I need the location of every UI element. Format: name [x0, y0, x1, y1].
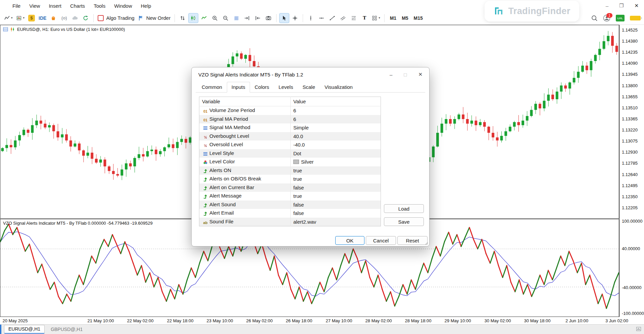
horizontal-line-tool[interactable] — [316, 13, 327, 23]
chart-tab-eurusd-h1[interactable]: EURUSD@,H1 — [4, 325, 45, 334]
save-button[interactable]: Save — [384, 217, 424, 226]
param-value-cell[interactable]: 6 — [291, 106, 381, 115]
param-row[interactable]: Alert on Current Barfalse — [199, 183, 381, 192]
zoom-out-button[interactable] — [220, 13, 231, 23]
tab-levels[interactable]: Levels — [274, 82, 298, 93]
param-row[interactable]: ½Overbought Level40.0 — [199, 132, 381, 141]
param-value-cell[interactable]: Dot — [291, 149, 381, 158]
param-row[interactable]: Alerts ONtrue — [199, 166, 381, 175]
tile-windows-button[interactable] — [178, 13, 188, 23]
dialog-titlebar[interactable]: VZO Signal Alerts Indicator MT5 - By TFl… — [192, 67, 429, 81]
tab-visualization[interactable]: Visualization — [320, 82, 357, 93]
chart-type-dropdown[interactable]: ▾ — [3, 13, 14, 23]
param-row[interactable]: 01Signal MA Period6 — [199, 115, 381, 124]
vertical-line-tool[interactable] — [306, 13, 316, 23]
signals-button[interactable]: (o) — [59, 13, 69, 23]
menu-window[interactable]: Window — [110, 3, 136, 9]
crosshair-button[interactable] — [290, 13, 300, 23]
auto-scroll-button[interactable] — [242, 13, 252, 23]
new-order-button[interactable]: New Order — [137, 13, 172, 23]
window-restore-icon[interactable]: ❐ — [619, 3, 624, 9]
param-value-cell[interactable]: false — [291, 209, 381, 218]
zoom-in-button[interactable] — [210, 13, 220, 23]
new-chart-dropdown[interactable]: ▾ — [15, 13, 26, 23]
menu-help[interactable]: Help — [137, 3, 156, 9]
new-chart-shortcut-icon[interactable] — [636, 326, 641, 332]
window-minimize-icon[interactable]: – — [606, 3, 608, 9]
menu-insert[interactable]: Insert — [44, 3, 66, 9]
dialog-close-icon[interactable]: ✕ — [418, 71, 423, 77]
param-row[interactable]: Alerts on OB/OS Breaktrue — [199, 175, 381, 183]
cancel-button[interactable]: Cancel — [366, 236, 396, 245]
timeframe-m15[interactable]: M15 — [411, 14, 426, 22]
dialog-minimize-icon[interactable]: – — [390, 72, 392, 77]
column-header-value[interactable]: Value — [291, 97, 381, 106]
param-value-cell[interactable]: true — [291, 192, 381, 201]
load-button[interactable]: Load — [384, 204, 424, 213]
param-value-cell[interactable]: -40.0 — [291, 141, 381, 149]
cursor-button[interactable] — [279, 13, 289, 23]
param-row[interactable]: abSound Filealert2.wav — [199, 218, 381, 226]
vps-button[interactable] — [70, 13, 80, 23]
param-value-cell[interactable]: Silver — [291, 158, 381, 166]
refresh-button[interactable] — [81, 13, 91, 23]
tab-colors[interactable]: Colors — [250, 82, 274, 93]
param-value-cell[interactable]: false — [291, 183, 381, 192]
price-axis[interactable]: 1.145251.143801.142351.140901.139451.138… — [619, 25, 644, 317]
search-icon[interactable] — [591, 15, 598, 21]
param-row[interactable]: ½Oversold Level-40.0 — [199, 141, 381, 149]
param-row[interactable]: Level ColorSilver — [199, 158, 381, 166]
param-value-cell[interactable]: true — [291, 166, 381, 175]
shapes-dropdown[interactable]: ▾ — [370, 13, 382, 23]
param-value-cell[interactable]: 40.0 — [291, 132, 381, 141]
tab-inputs[interactable]: Inputs — [227, 82, 250, 93]
param-row[interactable]: Alert Messagetrue — [199, 192, 381, 201]
chart-shift-button[interactable] — [253, 13, 263, 23]
reset-button[interactable]: Reset — [397, 236, 428, 245]
param-value-cell[interactable]: true — [291, 175, 381, 183]
chart-tab-gbpusd-h1[interactable]: GBPUSD@,H1 — [47, 326, 87, 333]
refresh-icon — [83, 15, 89, 21]
account-button[interactable]: 1 — [603, 14, 610, 22]
time-label: 29 May 10:00 — [445, 318, 471, 323]
channel-tool[interactable] — [338, 13, 348, 23]
param-row[interactable]: Level StyleDot — [199, 149, 381, 158]
menu-charts[interactable]: Charts — [66, 3, 89, 9]
param-value-cell[interactable]: Simple — [291, 123, 381, 132]
grid-button[interactable] — [231, 13, 241, 23]
tab-scale[interactable]: Scale — [298, 82, 320, 93]
menu-file[interactable]: File — [8, 3, 25, 9]
ide-button[interactable]: IDE — [37, 13, 48, 23]
line-view-button[interactable] — [199, 13, 209, 23]
fibonacci-tool[interactable] — [349, 13, 359, 23]
symbols-button[interactable]: $ — [27, 13, 37, 23]
tab-common[interactable]: Common — [197, 82, 227, 93]
column-header-variable[interactable]: Variable — [199, 97, 291, 106]
menu-view[interactable]: View — [25, 3, 44, 9]
text-tool[interactable]: T — [359, 13, 369, 23]
chevron-down-icon: ▾ — [23, 16, 25, 19]
screenshot-button[interactable] — [263, 13, 274, 23]
resize-grip[interactable] — [424, 241, 428, 245]
timeframe-m1[interactable]: M1 — [387, 14, 399, 22]
param-row[interactable]: Alert Emailfalse — [199, 209, 381, 218]
timeframe-m5[interactable]: M5 — [399, 14, 411, 22]
param-row[interactable]: 01Volume Zone Period6 — [199, 106, 381, 115]
market-button[interactable] — [48, 13, 58, 23]
param-row[interactable]: Alert Soundfalse — [199, 201, 381, 209]
algo-trading-button[interactable]: Algo Trading — [96, 13, 136, 23]
param-value-cell[interactable]: alert2.wav — [291, 218, 381, 226]
time-axis[interactable]: 20 May 202521 May 10:0022 May 02:0022 Ma… — [0, 317, 644, 324]
auto-scroll-icon — [244, 15, 250, 21]
lvl-icon[interactable]: LVL — [616, 15, 625, 21]
param-value-cell[interactable]: false — [291, 201, 381, 209]
menu-tools[interactable]: Tools — [89, 3, 110, 9]
dialog-maximize-icon[interactable]: □ — [404, 72, 407, 77]
ok-button[interactable]: OK — [335, 236, 364, 245]
window-close-icon[interactable]: ✕ — [634, 3, 639, 9]
candlestick-view-button[interactable] — [188, 13, 198, 23]
trendline-tool[interactable] — [327, 13, 337, 23]
param-value-cell[interactable]: 6 — [291, 115, 381, 124]
param-row[interactable]: Signal MA MethodSimple — [199, 123, 381, 132]
algo-trading-icon — [98, 15, 104, 21]
